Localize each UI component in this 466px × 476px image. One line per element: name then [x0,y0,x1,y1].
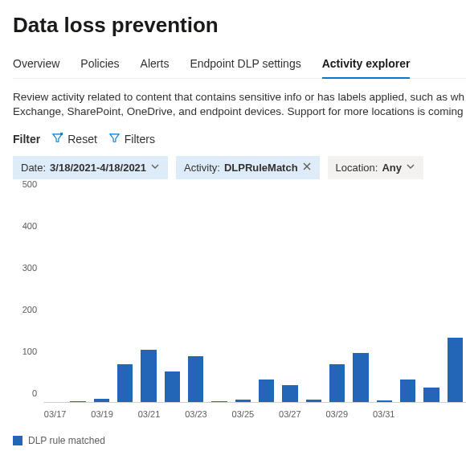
tab-overview[interactable]: Overview [13,52,59,78]
filter-icon [108,132,121,146]
tab-policies[interactable]: Policies [80,52,119,78]
chevron-down-icon [150,162,160,174]
pill-value: Any [382,162,402,174]
filter-reset-icon [51,132,63,146]
page-title: Data loss prevention [13,13,466,38]
tabs: OverviewPoliciesAlertsEndpoint DLP setti… [13,52,466,79]
filter-pill-date[interactable]: Date: 3/18/2021-4/18/2021 [13,156,168,179]
reset-button[interactable]: Reset [51,132,97,146]
x-tick: 03/25 [232,409,255,419]
chart-bar [423,388,439,402]
chart-bar [400,380,415,402]
pill-key: Activity: [184,162,220,174]
chart-legend: DLP rule matched [13,435,466,446]
filter-bar: Filter Reset Filters [13,132,466,146]
chart-bar [259,380,274,402]
description-text: Review activity related to content that … [13,90,466,119]
pill-key: Date: [21,162,46,174]
pill-key: Location: [336,162,378,174]
chart-bar [377,400,392,402]
chart-bar [188,356,203,402]
chart-bar [94,399,109,402]
y-tick: 400 [22,221,37,231]
y-tick: 200 [22,305,37,314]
chart-bars [43,194,466,402]
x-tick: 03/27 [279,409,301,419]
x-tick: 03/19 [91,409,113,419]
y-tick: 300 [22,263,37,273]
x-axis: 03/1703/1903/2103/2303/2503/2703/2903/31 [43,404,466,427]
tab-activity-explorer[interactable]: Activity explorer [322,52,411,78]
chart-bar [235,400,251,403]
y-axis: 0100200300400500 [13,194,39,403]
x-tick: 03/21 [138,409,161,419]
reset-label: Reset [67,133,97,146]
pill-value: 3/18/2021-4/18/2021 [50,162,146,174]
y-tick: 100 [22,347,37,356]
x-tick: 03/29 [326,409,349,419]
legend-label: DLP rule matched [28,435,105,446]
filter-pills: Date: 3/18/2021-4/18/2021 Activity: DLPR… [13,156,466,179]
chart-bar [70,401,85,402]
chart-bar [282,385,297,403]
chart-bar [329,364,345,403]
activity-chart: 0100200300400500 03/1703/1903/2103/2303/… [13,194,466,427]
chart-bar [165,371,180,402]
plot-area [43,194,466,403]
chart-bar [117,364,133,403]
y-tick: 500 [22,179,37,189]
close-icon[interactable] [302,162,312,174]
chart-bar [448,338,463,402]
legend-swatch [13,436,22,445]
filter-pill-activity[interactable]: Activity: DLPRuleMatch [176,156,320,179]
x-tick: 03/17 [44,409,67,419]
tab-endpoint-dlp-settings[interactable]: Endpoint DLP settings [190,52,300,78]
pill-value: DLPRuleMatch [224,162,298,174]
tab-alerts[interactable]: Alerts [141,52,170,78]
filters-label: Filters [125,133,155,146]
x-tick: 03/23 [185,409,207,419]
chart-bar [353,353,368,403]
filter-label: Filter [13,133,40,146]
x-tick: 03/31 [373,409,395,419]
filters-button[interactable]: Filters [108,132,155,146]
y-tick: 0 [32,388,37,398]
chevron-down-icon [406,162,415,174]
chart-bar [141,350,156,403]
chart-bar [211,401,227,402]
chart-bar [306,400,321,402]
filter-pill-location[interactable]: Location: Any [328,156,423,179]
